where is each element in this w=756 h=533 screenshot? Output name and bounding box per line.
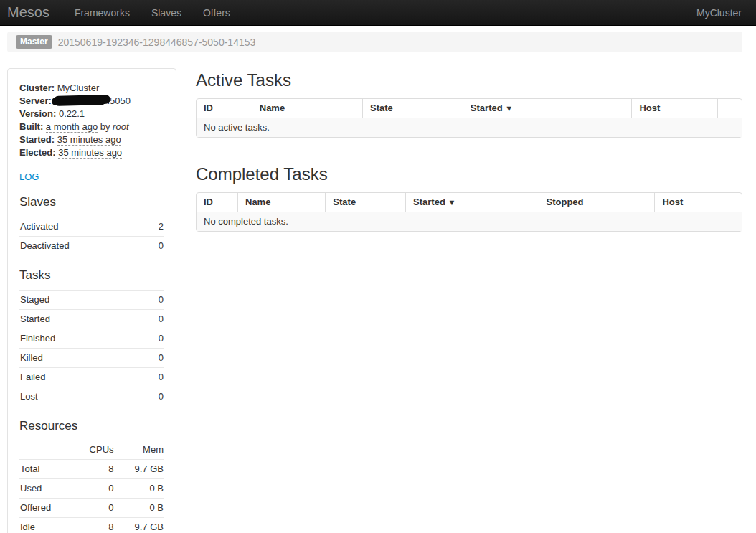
table-row: CPUs Mem xyxy=(19,440,164,460)
nav-item-offers[interactable]: Offers xyxy=(192,1,241,25)
resources-blank-header xyxy=(19,440,72,460)
resources-offered-mem: 0 B xyxy=(115,499,164,518)
info-cluster: Cluster: MyCluster xyxy=(19,82,164,95)
info-cluster-label: Cluster: xyxy=(19,82,55,93)
table-header-row: ID Name State Started ▼ Stopped Host xyxy=(197,193,742,212)
sort-desc-icon: ▼ xyxy=(448,198,456,207)
info-elected-label: Elected: xyxy=(19,147,56,158)
completed-col-id[interactable]: ID xyxy=(197,193,237,212)
navbar-cluster-name: MyCluster xyxy=(689,1,749,25)
slaves-deactivated-label: Deactivated xyxy=(19,237,148,256)
info-built-label: Built: xyxy=(19,121,43,132)
slaves-activated-label: Activated xyxy=(19,217,148,237)
info-built-user: root xyxy=(113,121,128,132)
info-built-time: a month ago xyxy=(46,121,98,133)
info-cluster-value: MyCluster xyxy=(57,82,100,93)
table-row: Finished 0 xyxy=(19,329,164,349)
log-link[interactable]: LOG xyxy=(19,171,39,182)
completed-col-name[interactable]: Name xyxy=(237,193,325,212)
redacted-server-address xyxy=(54,95,107,106)
cluster-summary-panel: Cluster: MyCluster Server: :5050 Version… xyxy=(7,68,176,533)
info-built: Built: a month ago by root xyxy=(19,121,164,133)
completed-tasks-table: ID Name State Started ▼ Stopped Host No … xyxy=(196,192,742,232)
resources-total-cpus: 8 xyxy=(72,460,115,479)
resources-idle-label: Idle xyxy=(19,518,72,533)
table-header-row: ID Name State Started ▼ Host xyxy=(197,99,742,118)
completed-tasks-empty-message: No completed tasks. xyxy=(197,212,742,231)
brand-link-mesos[interactable]: Mesos xyxy=(7,1,64,24)
navbar-menu: Frameworks Slaves Offers xyxy=(64,1,241,25)
resources-idle-mem: 9.7 GB xyxy=(115,518,164,533)
completed-col-started[interactable]: Started ▼ xyxy=(405,193,538,212)
slaves-activated-value: 2 xyxy=(148,217,164,237)
nav-item-frameworks[interactable]: Frameworks xyxy=(64,1,141,25)
resources-offered-cpus: 0 xyxy=(72,499,115,518)
active-col-actions xyxy=(717,99,742,118)
master-id-text: 20150619-192346-1298446857-5050-14153 xyxy=(58,37,256,48)
active-tasks-title: Active Tasks xyxy=(196,70,742,91)
tasks-staged-label: Staged xyxy=(19,291,142,310)
resources-idle-cpus: 8 xyxy=(72,518,115,533)
completed-tasks-title: Completed Tasks xyxy=(196,164,742,185)
resources-used-label: Used xyxy=(19,479,72,499)
completed-col-stopped[interactable]: Stopped xyxy=(539,193,655,212)
table-row: Total 8 9.7 GB xyxy=(19,460,164,479)
info-elected: Elected: 35 minutes ago xyxy=(19,146,164,159)
info-version: Version: 0.22.1 xyxy=(19,108,164,121)
table-row: Offered 0 0 B xyxy=(19,499,164,518)
table-row: Staged 0 xyxy=(19,291,164,310)
active-col-id[interactable]: ID xyxy=(197,99,252,118)
resources-used-mem: 0 B xyxy=(115,479,164,499)
nav-item-slaves[interactable]: Slaves xyxy=(141,1,192,25)
active-tasks-table: ID Name State Started ▼ Host No active t… xyxy=(196,98,742,138)
active-tasks-empty-message: No active tasks. xyxy=(197,118,742,137)
top-navbar: Mesos Frameworks Slaves Offers MyCluster xyxy=(0,0,756,26)
table-row: Deactivated 0 xyxy=(19,237,164,256)
tasks-section-title: Tasks xyxy=(19,265,164,285)
tasks-failed-value: 0 xyxy=(142,368,164,387)
resources-total-mem: 9.7 GB xyxy=(115,460,164,479)
completed-col-host[interactable]: Host xyxy=(654,193,724,212)
table-row: No completed tasks. xyxy=(197,212,742,231)
sort-desc-icon: ▼ xyxy=(505,104,513,113)
tasks-failed-label: Failed xyxy=(19,368,142,387)
completed-col-actions xyxy=(724,193,742,212)
info-built-by: by xyxy=(100,121,110,132)
active-tasks-section: Active Tasks ID Name State Started ▼ Hos… xyxy=(196,70,742,138)
resources-table: CPUs Mem Total 8 9.7 GB Used 0 0 B Offer… xyxy=(19,440,164,533)
resources-cpus-header: CPUs xyxy=(72,440,115,460)
active-col-host[interactable]: Host xyxy=(631,99,717,118)
table-row: Started 0 xyxy=(19,310,164,329)
info-server: Server: :5050 xyxy=(19,95,164,108)
resources-total-label: Total xyxy=(19,460,72,479)
tasks-started-value: 0 xyxy=(142,310,164,329)
table-row: Lost 0 xyxy=(19,387,164,407)
resources-mem-header: Mem xyxy=(115,440,164,460)
main-content: Active Tasks ID Name State Started ▼ Hos… xyxy=(196,68,742,232)
info-elected-time: 35 minutes ago xyxy=(58,147,122,159)
tasks-staged-value: 0 xyxy=(142,291,164,310)
active-col-name[interactable]: Name xyxy=(252,99,362,118)
resources-offered-label: Offered xyxy=(19,499,72,518)
slaves-deactivated-value: 0 xyxy=(148,237,164,256)
table-row: Killed 0 xyxy=(19,349,164,368)
info-started-time: 35 minutes ago xyxy=(57,134,121,146)
active-col-state[interactable]: State xyxy=(362,99,463,118)
tasks-killed-value: 0 xyxy=(142,349,164,368)
completed-tasks-section: Completed Tasks ID Name State Started ▼ … xyxy=(196,164,742,232)
master-badge: Master xyxy=(16,35,52,49)
active-col-started[interactable]: Started ▼ xyxy=(463,99,632,118)
resources-section-title: Resources xyxy=(19,416,164,435)
tasks-lost-value: 0 xyxy=(142,387,164,407)
table-row: Used 0 0 B xyxy=(19,479,164,499)
breadcrumb: Master 20150619-192346-1298446857-5050-1… xyxy=(7,32,742,52)
table-row: Failed 0 xyxy=(19,368,164,387)
slaves-section-title: Slaves xyxy=(19,192,164,212)
completed-col-state[interactable]: State xyxy=(325,193,405,212)
tasks-table: Staged 0 Started 0 Finished 0 Killed 0 F… xyxy=(19,290,164,406)
info-version-label: Version: xyxy=(19,108,56,119)
info-started: Started: 35 minutes ago xyxy=(19,133,164,146)
tasks-finished-value: 0 xyxy=(142,329,164,349)
info-started-label: Started: xyxy=(19,134,55,145)
tasks-killed-label: Killed xyxy=(19,349,142,368)
